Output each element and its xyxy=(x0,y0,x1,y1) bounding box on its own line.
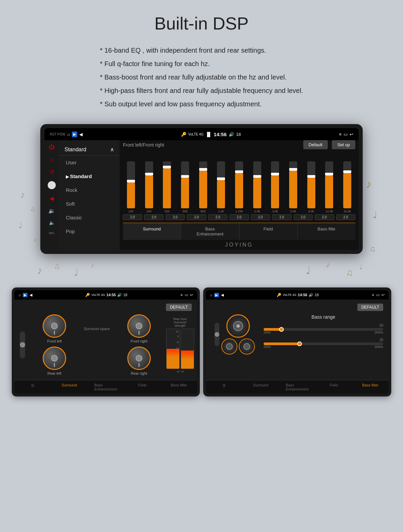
vol-down-icon[interactable]: 🔉 xyxy=(48,208,55,214)
slider-track-1[interactable] xyxy=(145,161,153,208)
slider-track-12[interactable] xyxy=(343,161,351,208)
tab-surround[interactable]: Surround xyxy=(123,223,181,240)
preset-classic[interactable]: Classic xyxy=(59,211,120,224)
rnav-surround[interactable]: Surround xyxy=(242,380,279,394)
undo-icon[interactable]: ↺ xyxy=(50,169,54,175)
key-icon: 🔑 xyxy=(181,132,186,137)
slider2-track[interactable] xyxy=(264,342,383,345)
q-9[interactable]: 2.0 xyxy=(315,214,334,220)
br-time: 14:56 xyxy=(298,293,307,297)
speaker-bot-right-inner xyxy=(243,343,250,350)
preset-standard[interactable]: Standard xyxy=(59,169,120,183)
rnav-eq-icon[interactable]: ||| xyxy=(206,380,242,394)
bl-status-right: ≡ ▭ ↩ xyxy=(181,293,193,297)
nav-bass-enhance[interactable]: BassEnhancement xyxy=(88,380,124,394)
knob-rl[interactable] xyxy=(43,347,66,370)
preset-soft[interactable]: Soft xyxy=(59,197,120,211)
slider-track-10[interactable] xyxy=(307,161,315,208)
rst-label: RST POW xyxy=(50,132,65,136)
nav-surround[interactable]: Surround xyxy=(51,380,88,394)
eq-col-7: 2.0k xyxy=(249,161,265,213)
eq-col-12: 16.0k xyxy=(339,161,355,213)
back-icon[interactable]: ↩ xyxy=(350,132,353,137)
nav-field[interactable]: Field xyxy=(124,380,161,394)
slider-track-8[interactable] xyxy=(271,161,279,208)
brand-label: JOYING xyxy=(123,240,355,250)
slider-track-7[interactable] xyxy=(253,161,261,208)
svg-text:♪: ♪ xyxy=(366,178,371,190)
rnav-bass-filter[interactable]: Bass filter xyxy=(352,380,389,394)
q-2[interactable]: 2.0 xyxy=(166,214,185,220)
eq-buttons: Default Set up xyxy=(301,140,355,149)
preset-user[interactable]: User xyxy=(59,156,120,169)
bl-window-icon[interactable]: ▭ xyxy=(185,293,188,297)
network-label: VoLTE 4G xyxy=(188,132,204,136)
speaker-robot xyxy=(221,314,255,355)
knob-fl[interactable] xyxy=(43,314,66,338)
speaker-bottom-row xyxy=(221,338,255,355)
knob-fr[interactable] xyxy=(127,314,151,338)
rnav-bass-enhance[interactable]: BassEnhancement xyxy=(279,380,316,394)
speaker-top-dot xyxy=(236,324,240,328)
nav-eq-icon[interactable]: ||| xyxy=(14,380,51,394)
preset-pop[interactable]: Pop xyxy=(59,224,120,238)
br-back-icon[interactable]: ↩ xyxy=(382,293,385,297)
default-btn-row: DEFAULT xyxy=(20,304,192,312)
slider-track-0[interactable] xyxy=(127,161,135,208)
round-indicator xyxy=(48,181,56,189)
default-btn[interactable]: Default xyxy=(303,140,328,149)
preset-rock[interactable]: Rock xyxy=(59,183,120,197)
q-4[interactable]: 2.0 xyxy=(208,214,227,220)
slider-track-4[interactable] xyxy=(199,161,207,208)
menu-icon[interactable]: ≡ xyxy=(339,132,342,137)
br-key-icon: 🔑 xyxy=(277,293,281,297)
nav-left-icon[interactable]: ◀ xyxy=(50,195,54,202)
knob-rr[interactable] xyxy=(127,347,151,370)
rnav-field[interactable]: Field xyxy=(315,380,352,394)
q-3[interactable]: 2.0 xyxy=(187,214,206,220)
tab-field[interactable]: Field xyxy=(239,223,298,240)
slider-track-2[interactable] xyxy=(163,161,171,208)
br-menu-icon[interactable]: ≡ xyxy=(372,293,374,297)
vol-down2-icon[interactable]: 🔈 xyxy=(49,220,55,225)
page-title: Built-in DSP xyxy=(20,13,383,34)
br-window-icon[interactable]: ▭ xyxy=(376,293,379,297)
window-icon[interactable]: ▭ xyxy=(344,132,348,137)
bottom-screenshots: ⌂ ▶ ◀ 🔑 VoLTE 4G 14:55 🔊 18 ≡ ▭ ↩ xyxy=(0,281,403,403)
power-icon[interactable]: ⏻ xyxy=(49,144,55,151)
q-10[interactable]: 2.0 xyxy=(336,214,355,220)
freq-2: 320 xyxy=(165,210,170,213)
surround-default-btn[interactable]: DEFAULT xyxy=(166,304,192,311)
slider-track-6[interactable] xyxy=(235,161,243,208)
bl-menu-icon[interactable]: ≡ xyxy=(181,293,183,297)
slider-track-11[interactable] xyxy=(325,161,333,208)
bass-default-btn[interactable]: DEFAULT xyxy=(357,304,383,311)
eq-col-6: 1.25k xyxy=(231,161,247,213)
feature-2: * Full q-factor fine tuning for each hz. xyxy=(100,57,303,70)
q-7[interactable]: 2.0 xyxy=(272,214,291,220)
eq-col-11: 12.0k xyxy=(321,161,338,213)
slider-track-9[interactable] xyxy=(289,161,297,208)
setup-btn[interactable]: Set up xyxy=(332,140,355,149)
volume-icon: 🔊 xyxy=(229,132,234,137)
bl-back-icon[interactable]: ↩ xyxy=(190,293,193,297)
bass-indicator xyxy=(215,323,219,346)
slider2-range: 20Hz 250Hz xyxy=(264,345,383,349)
q-1[interactable]: 2.0 xyxy=(144,214,163,220)
tab-bass-filter[interactable]: Bass filte xyxy=(298,223,355,240)
nav-bass-filter[interactable]: Bass filter xyxy=(161,380,197,394)
q-0[interactable]: 2.0 xyxy=(123,214,142,220)
vu-l-label: -10 xyxy=(176,370,179,373)
q-6[interactable]: 2.0 xyxy=(251,214,270,220)
slider1-track[interactable] xyxy=(264,328,383,331)
tab-bass-enhancement[interactable]: BassEnhancement xyxy=(181,223,239,240)
slider-track-5[interactable] xyxy=(217,161,225,208)
knob-fl-indicator xyxy=(54,331,55,335)
preset-name: Standard xyxy=(64,147,86,153)
home-side-icon[interactable]: ⌂ xyxy=(50,157,53,163)
preset-header[interactable]: Standard ∧ xyxy=(59,144,120,156)
bass-slider-2: 20 20Hz 250Hz xyxy=(264,338,383,349)
q-8[interactable]: 2.0 xyxy=(294,214,313,220)
q-5[interactable]: 2.0 xyxy=(229,214,249,220)
slider-track-3[interactable] xyxy=(181,161,189,208)
